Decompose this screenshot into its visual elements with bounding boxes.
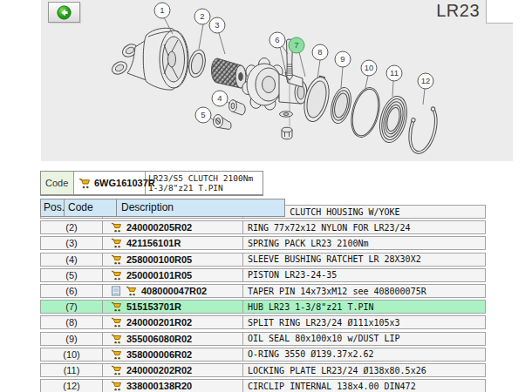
part-description: RING 77x72x12 NYLON FOR LR23/24 [243,221,485,233]
page-title: LR23 [436,1,480,21]
row-position: (8) [41,316,103,328]
add-to-cart-icon[interactable] [78,178,91,189]
add-to-cart-icon[interactable] [111,381,122,391]
selected-part-description: LR23/S5 CLUTCH 2100Nm 1-3/8"z21 T.PIN [146,172,263,194]
part-code[interactable]: 515153701R [126,301,181,312]
back-button[interactable] [48,2,80,23]
part-description: PISTON LR23-24-35 [243,269,485,281]
add-to-cart-icon[interactable] [111,254,122,265]
row-position: (6) [41,285,103,297]
add-to-cart-icon[interactable] [111,222,122,233]
callout-11[interactable]: 11 [386,65,402,81]
part-description: CIRCLIP INTERNAL 138x4.00 DIN472 [243,380,485,392]
table-row[interactable]: (4) 258000100R05 SLEEVE BUSHING RATCHET … [40,253,486,267]
row-code-cell: 240000202R02 [103,364,243,376]
callout-number: 5 [201,110,205,119]
exploded-diagram-panel: 123456789101112 LR23 [41,0,513,161]
add-to-cart-icon[interactable] [126,286,137,296]
add-to-cart-icon[interactable] [111,317,122,328]
row-code-cell: 408000047R02 [103,285,243,297]
part-code[interactable]: 358000006R02 [126,349,192,360]
table-row[interactable]: (10) 358000006R02 O-RING 3550 Ø139.37x2.… [40,348,486,362]
row-position: (4) [41,253,103,266]
callout-number: 3 [215,20,219,30]
callout-3[interactable]: 3 [209,17,225,33]
part-description: SLEEVE BUSHING RATCHET LR 28X30X2 [243,253,485,266]
part-code[interactable]: 240000201R02 [126,317,192,328]
row-position: (12) [41,380,103,392]
table-header: Pos. Code Description [40,199,285,217]
add-to-cart-icon[interactable] [111,238,122,248]
header-description: Description [117,199,284,216]
callout-number: 4 [217,93,222,103]
part-code[interactable]: 421156101R [126,238,181,248]
part-code[interactable]: 250000101R05 [126,270,192,280]
table-row[interactable]: (6) 408000047R02 TAPER PIN 14x73xM12 see… [40,284,486,298]
callout-number: 12 [421,76,431,85]
row-code-cell: 250000101R05 [103,269,243,281]
row-position: (10) [41,348,103,361]
callout-8[interactable]: 8 [312,44,328,60]
add-to-cart-icon[interactable] [111,349,122,360]
callout-7[interactable]: 7 [289,37,304,53]
part-code[interactable]: 355006080R02 [126,334,192,344]
callout-9[interactable]: 9 [335,51,351,67]
table-row[interactable]: (11) 240000202R02 LOCKING PLATE LR23/24 … [40,363,486,377]
row-position: (2) [41,221,103,233]
row-code-cell: 355006080R02 [103,333,243,345]
add-to-cart-icon[interactable] [111,270,122,280]
header-code: Code [65,199,117,216]
part-code[interactable]: 240000205R02 [126,222,192,233]
row-position: (11) [41,364,103,376]
table-row[interactable]: (5) 250000101R05 PISTON LR23-24-35 [40,268,486,282]
part-description: SPRING PACK LR23 2100Nm [243,237,485,249]
attachment-icon[interactable] [111,286,121,296]
add-to-cart-icon[interactable] [111,301,122,312]
part-code[interactable]: 408000047R02 [141,286,207,296]
row-position: (3) [41,237,103,249]
part-code[interactable]: 258000100R05 [126,254,192,265]
part-description: OIL SEAL 80x100x10 w/DUST LIP [243,333,485,345]
callout-number: 11 [390,68,399,78]
row-position: (7) [41,301,103,313]
header-pos: Pos. [41,199,65,216]
row-code-cell: 240000201R02 [103,316,243,328]
part-description: HUB LR23 1-3/8"z21 T.PIN [243,301,485,313]
callout-number: 2 [200,11,204,21]
callout-1[interactable]: 1 [154,3,170,18]
callout-6[interactable]: 6 [269,32,285,48]
table-row[interactable]: (3) 421156101R SPRING PACK LR23 2100Nm [40,236,486,250]
row-code-cell: 240000205R02 [103,221,243,233]
table-row[interactable]: (8) 240000201R02 SPLIT RING LR23/24 Ø111… [40,315,486,329]
add-to-cart-icon[interactable] [111,365,122,375]
table-row[interactable]: (12) 338000138R20 CIRCLIP INTERNAL 138x4… [40,379,486,392]
row-position: (9) [41,333,103,345]
part-code[interactable]: 240000202R02 [126,365,192,375]
table-row[interactable]: (9) 355006080R02 OIL SEAL 80x100x10 w/DU… [40,332,486,346]
selected-part-box: Code 6WG161037R LR23/S5 CLUTCH 2100Nm 1-… [40,171,263,196]
row-position: (5) [41,269,103,281]
table-row[interactable]: (7) 515153701R HUB LR23 1-3/8"z21 T.PIN [40,300,486,314]
callout-2[interactable]: 2 [194,9,210,24]
row-code-cell: 421156101R [103,237,243,249]
callout-4[interactable]: 4 [212,91,228,106]
callout-number: 10 [365,63,374,72]
callout-number: 8 [317,47,322,57]
row-code-cell: 515153701R [103,301,243,313]
callout-number: 9 [340,54,344,64]
part-code[interactable]: 338000138R20 [126,381,192,391]
part-description: LOCKING PLATE LR23/24 Ø138x80.5x26 [243,364,485,376]
panel-corner-notch [486,0,513,24]
part-description: O-RING 3550 Ø139.37x2.62 [243,348,485,361]
callout-number: 1 [160,5,164,15]
callout-5[interactable]: 5 [195,107,211,123]
part-description: SPLIT RING LR23/24 Ø111x105x3 [243,316,485,328]
callout-10[interactable]: 10 [361,60,377,76]
code-label: Code [41,172,74,194]
callout-number: 6 [275,35,279,44]
row-code-cell: 258000100R05 [103,253,243,266]
table-row[interactable]: (2) 240000205R02 RING 77x72x12 NYLON FOR… [40,220,486,234]
callout-12[interactable]: 12 [418,73,433,89]
add-to-cart-icon[interactable] [111,334,122,344]
part-description: TAPER PIN 14x73xM12 see 408000075R [243,285,485,297]
